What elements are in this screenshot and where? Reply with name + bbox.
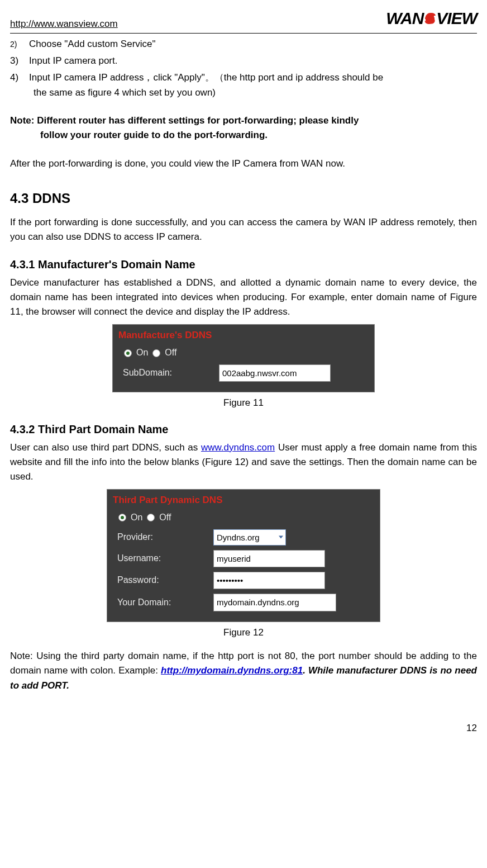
radio-off[interactable] [147,514,155,521]
logo: WANSVIEW [386,6,477,32]
figure-12-caption: Figure 12 [10,625,477,640]
onoff-row: On Off [118,346,369,360]
figure-12: Third Part Dynamic DNS On Off Provider: … [10,489,477,622]
step-4: 4)Input IP camera IP address，click "Appl… [10,70,477,100]
step-num: 2) [10,39,29,51]
onoff-row: On Off [113,511,374,525]
ddns-manufacture-panel: Manufacture's DDNS On Off SubDomain: 002… [112,324,375,392]
logo-s: S [423,9,436,27]
subdomain-row: SubDomain: 002aabg.nwsvr.com [118,364,369,382]
radio-off[interactable] [152,349,160,357]
username-label: Username: [113,552,213,566]
domain-row: Your Domain: mydomain.dyndns.org [113,594,374,611]
para-4-3-2: User can also use third part DDNS, such … [10,440,477,485]
heading-4-3: 4.3 DDNS [10,188,477,208]
domain-input[interactable]: mydomain.dyndns.org [213,594,336,611]
step-text: Input IP camera port. [29,55,117,66]
step-num: 3) [10,54,29,68]
note-line2: follow your router guide to do the port-… [10,128,477,143]
step-text: Choose "Add custom Service" [29,39,156,49]
step-text-cont: the same as figure 4 which set by you ow… [34,86,477,100]
password-input[interactable]: ••••••••• [213,572,325,589]
provider-row: Provider: Dyndns.org [113,529,374,546]
para-4-3-1: Device manufacturer has established a DD… [10,276,477,320]
figure-11: Manufacture's DDNS On Off SubDomain: 002… [10,324,477,392]
note-third-party: Note: Using the third party domain name,… [10,649,477,693]
page-number: 12 [10,721,477,736]
radio-on-label: On [131,511,142,525]
para-4-3: If the port forwarding is done successfu… [10,215,477,245]
radio-on-label: On [136,346,148,360]
provider-select[interactable]: Dyndns.org [213,529,286,546]
username-input[interactable]: myuserid [213,550,325,567]
radio-off-label: Off [159,511,171,525]
provider-label: Provider: [113,530,213,544]
password-row: Password: ••••••••• [113,572,374,589]
subdomain-input[interactable]: 002aabg.nwsvr.com [219,364,331,382]
logo-pre: WAN [386,9,423,27]
username-row: Username: myuserid [113,550,374,567]
panel-title: Third Part Dynamic DNS [113,493,374,507]
radio-on[interactable] [124,349,132,357]
password-label: Password: [113,573,213,587]
para-after-forwarding: After the port-forwarding is done, you c… [10,156,477,171]
header-url[interactable]: http://www.wansview.com [10,17,118,31]
subdomain-label: SubDomain: [118,366,219,380]
domain-label: Your Domain: [113,596,213,610]
page-header: http://www.wansview.com WANSVIEW [10,6,477,34]
step-num: 4) [10,70,29,85]
note-line1: Note: Different router has different set… [10,115,359,126]
step-3: 3)Input IP camera port. [10,54,477,68]
radio-off-label: Off [165,346,176,360]
heading-4-3-1: 4.3.1 Manufacturer's Domain Name [10,256,477,273]
para-text-a: User can also use third part DDNS, such … [10,442,201,453]
logo-post: VIEW [436,9,477,27]
step-2: 2)Choose "Add custom Service" [10,37,477,51]
figure-11-caption: Figure 11 [10,396,477,410]
example-url-link[interactable]: http://mydomain.dyndns.org:81 [161,665,303,676]
radio-on[interactable] [118,514,126,521]
step-text: Input IP camera IP address，click "Apply"… [29,72,383,83]
panel-title: Manufacture's DDNS [118,328,369,343]
dyndns-link[interactable]: www.dyndns.com [201,442,275,453]
heading-4-3-2: 4.3.2 Third Part Domain Name [10,421,477,438]
ddns-thirdparty-panel: Third Part Dynamic DNS On Off Provider: … [107,489,380,622]
note-port-forwarding: Note: Different router has different set… [10,113,477,143]
